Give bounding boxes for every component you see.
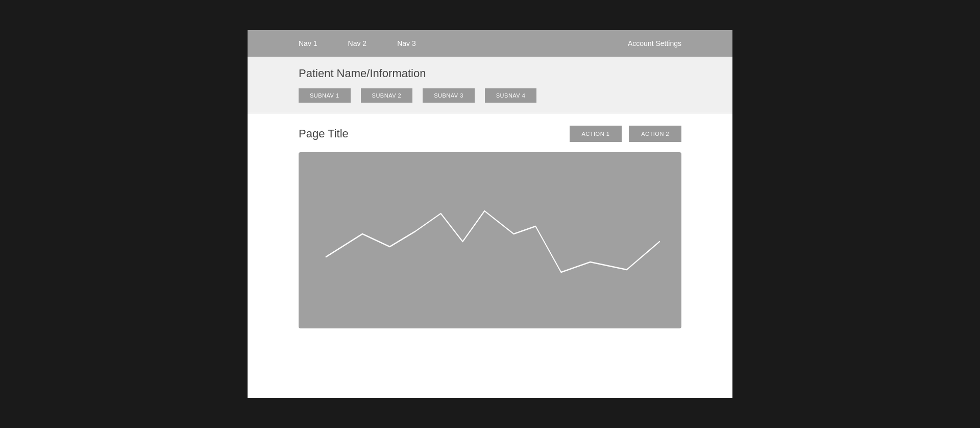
action-button-2[interactable]: ACTION 2 xyxy=(629,126,681,142)
nav-item-1[interactable]: Nav 1 xyxy=(299,39,317,47)
subnav-buttons: SUBNAV 1 SUBNAV 2 SUBNAV 3 SUBNAV 4 xyxy=(299,88,681,103)
content-header: Page Title ACTION 1 ACTION 2 xyxy=(299,126,681,142)
patient-name: Patient Name/Information xyxy=(299,67,681,80)
subnav-button-3[interactable]: SUBNAV 3 xyxy=(423,88,475,103)
action-button-1[interactable]: ACTION 1 xyxy=(570,126,622,142)
top-nav: Nav 1 Nav 2 Nav 3 Account Settings xyxy=(248,30,732,57)
action-buttons: ACTION 1 ACTION 2 xyxy=(570,126,681,142)
main-content: Page Title ACTION 1 ACTION 2 xyxy=(248,113,732,398)
subnav-button-1[interactable]: SUBNAV 1 xyxy=(299,88,351,103)
nav-item-3[interactable]: Nav 3 xyxy=(397,39,416,47)
chart-svg xyxy=(299,152,681,328)
app-container: Nav 1 Nav 2 Nav 3 Account Settings Patie… xyxy=(248,30,732,398)
nav-items: Nav 1 Nav 2 Nav 3 xyxy=(299,39,416,47)
subnav-button-2[interactable]: SUBNAV 2 xyxy=(361,88,413,103)
subnav-button-4[interactable]: SUBNAV 4 xyxy=(485,88,537,103)
sub-header: Patient Name/Information SUBNAV 1 SUBNAV… xyxy=(248,57,732,113)
chart-line xyxy=(326,211,660,272)
account-settings-link[interactable]: Account Settings xyxy=(628,39,681,47)
chart-container xyxy=(299,152,681,328)
nav-item-2[interactable]: Nav 2 xyxy=(348,39,367,47)
page-title: Page Title xyxy=(299,127,570,140)
